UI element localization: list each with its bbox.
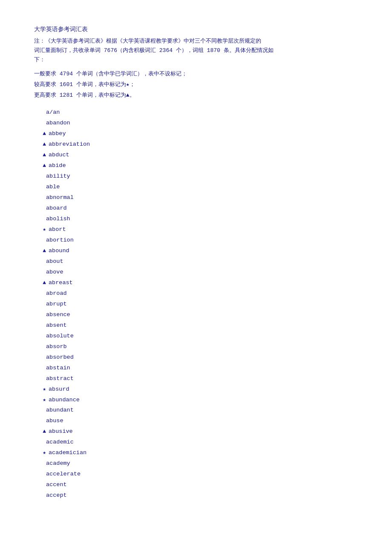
word-marker: ★ (34, 448, 46, 458)
word-marker: ▲ (34, 150, 46, 160)
list-item: ▲abbey (34, 129, 358, 139)
word-label: abandon (46, 118, 70, 129)
list-item: about (34, 256, 358, 267)
word-label: abound (49, 246, 69, 256)
note-line3: 下： (34, 57, 45, 63)
word-marker: ★ (34, 225, 46, 235)
req1-text: 一般要求 4794 个单词（含中学已学词汇），表中不设标记； (34, 69, 358, 80)
header-section: 大学英语参考词汇表 注：《大学英语参考词汇表》根据《大学英语课程教学要求》中对三… (34, 26, 358, 101)
list-item: abstract (34, 374, 358, 384)
word-label: abreast (49, 278, 73, 288)
list-item: abortion (34, 235, 358, 246)
note-line2: 词汇量面制订，共收录单词 7676（内含积极词汇 2364 个），词组 1870… (34, 47, 274, 54)
req3-text: 更高要求 1281 个单词，表中标记为▲。 (34, 90, 358, 101)
word-label: abduct (49, 150, 69, 161)
list-item: abnormal (34, 193, 358, 203)
list-item: aboard (34, 203, 358, 214)
list-item: ▲abound (34, 246, 358, 256)
word-label: abundance (49, 395, 80, 406)
word-label: absurd (49, 384, 69, 395)
word-label: abrupt (46, 299, 67, 310)
list-item: ★academician (34, 448, 358, 458)
list-item: accent (34, 480, 358, 490)
list-item: ▲abduct (34, 150, 358, 161)
list-item: ★abort (34, 225, 358, 235)
list-item: absorb (34, 342, 358, 352)
word-label: academy (46, 458, 70, 469)
list-item: ▲abide (34, 161, 358, 171)
word-label: absolute (46, 331, 74, 342)
list-item: above (34, 267, 358, 278)
list-item: abrupt (34, 299, 358, 310)
list-item: ▲abbreviation (34, 139, 358, 150)
list-item: able (34, 182, 358, 193)
word-label: academic (46, 437, 74, 448)
word-label: about (46, 256, 63, 267)
list-item: accept (34, 490, 358, 501)
word-label: absent (46, 320, 67, 331)
word-label: accelerate (46, 469, 81, 480)
list-item: academy (34, 458, 358, 469)
list-item: academic (34, 437, 358, 448)
word-marker: ▲ (34, 278, 46, 288)
word-label: abort (49, 225, 66, 235)
list-item: abstain (34, 363, 358, 374)
list-item: abroad (34, 288, 358, 299)
list-item: a/an (34, 107, 358, 118)
word-label: abroad (46, 288, 67, 299)
word-label: able (46, 182, 60, 193)
word-label: ability (46, 171, 70, 182)
list-item: ability (34, 171, 358, 182)
list-item: absence (34, 310, 358, 320)
word-label: a/an (46, 107, 60, 118)
word-label: absorb (46, 342, 67, 352)
word-label: accept (46, 490, 67, 501)
list-item: abandon (34, 118, 358, 129)
list-item: absorbed (34, 352, 358, 363)
note-line1: 注：《大学英语参考词汇表》根据《大学英语课程教学要求》中对三个不同教学层次所规定… (34, 38, 261, 44)
word-label: abstain (46, 363, 70, 374)
word-list: a/anabandon▲abbey▲abbreviation▲abduct▲ab… (34, 107, 358, 501)
word-label: abbreviation (49, 139, 90, 150)
word-label: abide (49, 161, 66, 171)
list-item: ★absurd (34, 384, 358, 395)
requirements-section: 一般要求 4794 个单词（含中学已学词汇），表中不设标记； 较高要求 1601… (34, 69, 358, 101)
word-label: academician (49, 448, 86, 458)
list-item: accelerate (34, 469, 358, 480)
list-item: abuse (34, 416, 358, 426)
list-item: absent (34, 320, 358, 331)
word-label: abstract (46, 374, 74, 384)
word-label: abolish (46, 214, 70, 225)
word-label: abundant (46, 405, 74, 416)
word-label: abusive (49, 426, 73, 437)
word-label: abortion (46, 235, 74, 246)
header-note: 注：《大学英语参考词汇表》根据《大学英语课程教学要求》中对三个不同教学层次所规定… (34, 37, 358, 65)
word-label: accent (46, 480, 67, 490)
list-item: ▲abreast (34, 278, 358, 288)
word-marker: ★ (34, 395, 46, 405)
page-title: 大学英语参考词汇表 (34, 26, 358, 33)
word-label: above (46, 267, 63, 278)
word-label: absorbed (46, 352, 74, 363)
word-marker: ▲ (34, 161, 46, 171)
req2-text: 较高要求 1601 个单词，表中标记为★； (34, 80, 358, 90)
word-marker: ▲ (34, 426, 46, 437)
list-item: ★abundance (34, 395, 358, 406)
word-marker: ▲ (34, 129, 46, 139)
word-marker: ▲ (34, 139, 46, 150)
word-label: abuse (46, 416, 63, 426)
list-item: absolute (34, 331, 358, 342)
word-label: abbey (49, 129, 66, 139)
list-item: abundant (34, 405, 358, 416)
list-item: abolish (34, 214, 358, 225)
word-label: aboard (46, 203, 67, 214)
word-label: absence (46, 310, 70, 320)
word-label: abnormal (46, 193, 74, 203)
word-marker: ▲ (34, 246, 46, 256)
list-item: ▲abusive (34, 426, 358, 437)
word-marker: ★ (34, 384, 46, 395)
